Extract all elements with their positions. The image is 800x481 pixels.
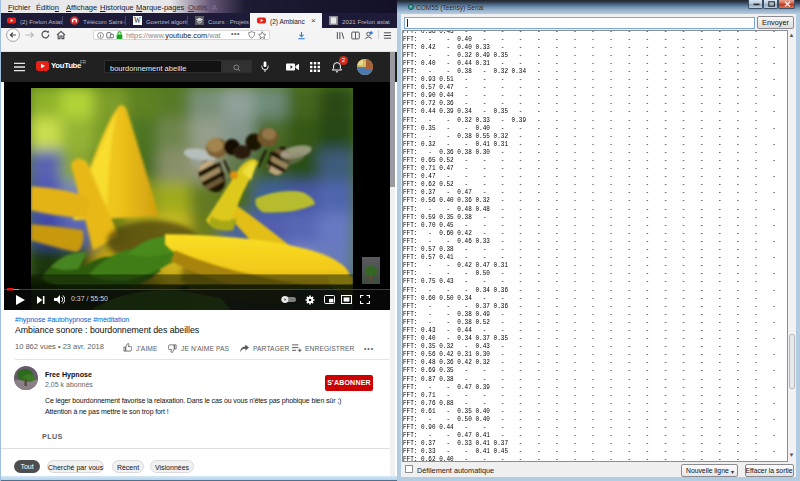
svg-text:W: W (134, 17, 141, 25)
